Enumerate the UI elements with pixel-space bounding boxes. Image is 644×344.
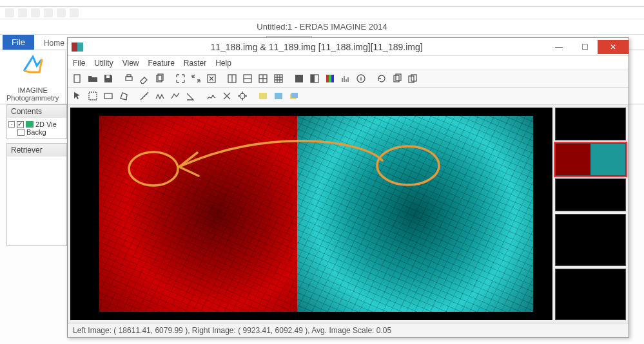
qat-button[interactable] [31,8,40,17]
viewer-menu: File Utility View Feature Raster Help [68,56,629,70]
svg-rect-4 [127,75,131,77]
menu-feature[interactable]: Feature [148,59,174,68]
overview-column [555,108,626,320]
info-icon[interactable] [354,72,368,86]
svg-rect-2 [106,75,110,78]
clone-icon[interactable] [405,72,420,86]
menu-file[interactable]: File [73,59,85,68]
new-icon[interactable] [70,72,84,86]
qat-button[interactable] [70,8,79,17]
svg-rect-12 [295,75,303,82]
ribbon-group-photogrammetry[interactable]: IMAGINE Photogrammetry [0,50,66,104]
select-rect-icon[interactable] [101,89,115,103]
color-swatch-icon[interactable] [323,72,337,86]
svg-rect-1 [74,75,80,82]
grid-1-icon[interactable] [225,72,239,86]
retriever-header: Retriever [7,144,66,157]
zigzag-icon[interactable] [153,89,167,103]
qat-button[interactable] [57,8,66,17]
menu-raster[interactable]: Raster [184,59,206,68]
overview-cell[interactable] [555,214,626,265]
layout-a-icon[interactable] [292,72,306,86]
layer-checkbox[interactable] [17,129,24,136]
ribbon-group-label: IMAGINE Photogrammetry [6,86,59,102]
stereo-canvas[interactable] [70,108,552,320]
contents-tree[interactable]: - 2D Vie Backg [7,118,66,139]
fit-icon[interactable] [173,72,188,86]
polyline-icon[interactable] [168,89,182,103]
svg-rect-0 [26,121,34,128]
overview-cell[interactable] [555,269,626,320]
svg-rect-14 [311,75,315,82]
qat-button[interactable] [18,8,27,17]
angle-icon[interactable] [184,89,198,103]
overview-cell-pair[interactable] [555,143,626,176]
quick-access-toolbar [0,6,644,19]
target-icon[interactable] [235,89,249,103]
app-title: Untitled:1 - ERDAS IMAGINE 2014 [0,19,644,35]
qat-button[interactable] [44,8,53,17]
overview-mini-right [590,144,625,175]
tree-node-background[interactable]: Backg [8,128,65,136]
annotation-overlay [70,108,552,320]
cross-icon[interactable] [220,89,234,103]
select-box-icon[interactable] [86,89,100,103]
svg-rect-24 [104,93,112,99]
layer-swatch-icon [26,121,34,128]
tree-node-2d-view[interactable]: - 2D Vie [8,120,65,128]
select-poly-icon[interactable] [117,89,131,103]
viewer-content [68,105,629,323]
viewer-toolbar-1 [68,70,629,88]
minimize-button[interactable]: — [546,40,572,54]
zoom-extent-icon[interactable] [204,72,219,86]
layer-yellow-icon[interactable] [256,89,270,103]
viewer-title: 11_188.img & 11_189.img [11_188.img][11_… [87,42,546,52]
svg-rect-15 [326,75,329,82]
expand-icon[interactable]: - [8,121,15,128]
save-icon[interactable] [101,72,115,86]
print-icon[interactable] [122,72,136,86]
grid-multi-icon[interactable] [271,72,286,86]
cursor-icon[interactable] [70,89,84,103]
overview-mini-left [556,144,590,175]
svg-rect-23 [89,92,97,100]
layer-stack-icon[interactable] [287,89,301,103]
contents-header: Contents [7,105,66,118]
zoom-1-1-icon[interactable] [189,72,203,86]
layer-checkbox[interactable] [17,121,24,128]
grid-2-icon[interactable] [240,72,255,86]
tree-label: Backg [26,128,46,136]
menu-view[interactable]: View [122,59,139,68]
svg-point-25 [240,93,245,99]
open-icon[interactable] [86,72,100,86]
duplicate-icon[interactable] [390,72,404,86]
svg-rect-26 [259,93,267,99]
layout-b-icon[interactable] [307,72,322,86]
svg-rect-16 [329,75,331,82]
overview-cell[interactable] [555,108,626,140]
overview-cell[interactable] [555,178,626,211]
svg-rect-17 [331,75,334,82]
viewer-titlebar[interactable]: 11_188.img & 11_189.img [11_188.img][11_… [68,38,629,56]
tree-label: 2D Vie [35,120,57,128]
status-text: Left Image: ( 18611.41, 6079.99 ), Right… [73,326,391,335]
histogram-icon[interactable] [338,72,353,86]
cropped-top-edge [0,0,644,6]
grid-4-icon[interactable] [256,72,270,86]
erase-icon[interactable] [137,72,151,86]
measure-icon[interactable] [137,89,151,103]
layer-blue-icon[interactable] [271,89,286,103]
qat-button[interactable] [5,8,14,17]
viewer-window: 11_188.img & 11_189.img [11_188.img][11_… [67,37,629,338]
contents-panel: Contents - 2D Vie Backg [6,104,67,139]
close-button[interactable]: ✕ [598,40,629,54]
maximize-button[interactable]: ☐ [572,40,598,54]
file-tab[interactable]: File [3,35,34,50]
viewer-statusbar: Left Image: ( 18611.41, 6079.99 ), Right… [68,323,629,337]
photogrammetry-icon [21,53,44,76]
refresh-icon[interactable] [375,72,389,86]
menu-utility[interactable]: Utility [94,59,113,68]
menu-help[interactable]: Help [215,59,231,68]
copy-icon[interactable] [153,72,167,86]
profile-icon[interactable] [204,89,219,103]
